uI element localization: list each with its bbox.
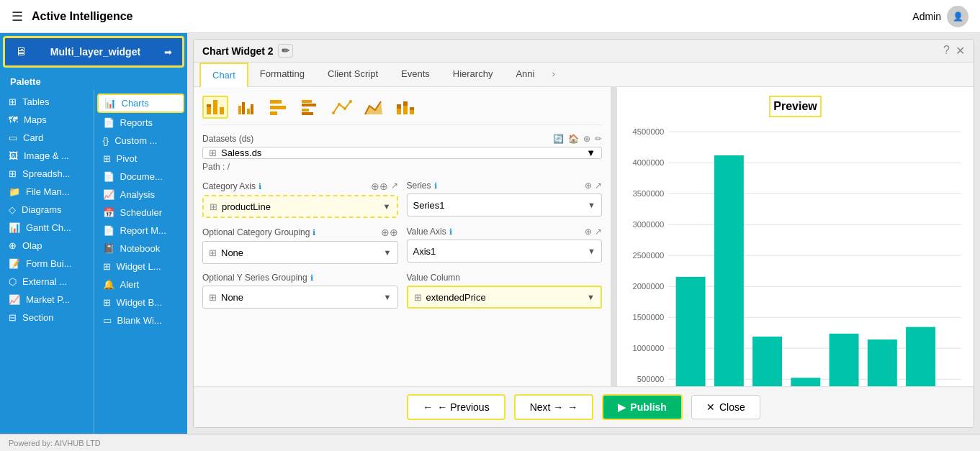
sidebar-nav-icon[interactable]: ➡ xyxy=(164,47,172,58)
sidebar-item-card[interactable]: ▭ Card xyxy=(0,129,94,147)
sidebar-widget-name: Multi_layer_widget xyxy=(50,46,140,58)
scrollbar[interactable] xyxy=(611,87,617,386)
sidebar-item-custom[interactable]: {} Custom ... xyxy=(94,132,188,150)
value-axis-info-icon[interactable]: ℹ xyxy=(449,227,452,237)
tab-hierarchy[interactable]: Hierarchy xyxy=(441,63,505,86)
category-axis-arrow-icon[interactable]: ↗ xyxy=(391,181,398,192)
sidebar-item-blankwidget[interactable]: ▭ Blank Wi... xyxy=(94,311,188,329)
widget-title-text: Chart Widget 2 xyxy=(202,45,274,57)
publish-button[interactable]: ▶ Publish xyxy=(602,394,683,420)
dataset-select[interactable]: ⊞ Saless.ds ▼ xyxy=(202,147,602,159)
charts-icon: 📊 xyxy=(104,98,116,109)
value-axis-add-icon[interactable]: ⊕ xyxy=(585,227,592,237)
chart-type-bar-basic[interactable] xyxy=(266,96,292,119)
optional-category-group-icon[interactable]: ⊕⊕ xyxy=(381,227,398,238)
sidebar-item-document[interactable]: 📄 Docume... xyxy=(94,168,188,186)
svg-rect-13 xyxy=(302,109,309,111)
sidebar: 🖥 Multi_layer_widget ➡ Palette ⊞ Tables … xyxy=(0,33,187,434)
series-arrow-icon[interactable]: ↗ xyxy=(595,181,602,191)
sidebar-item-section[interactable]: ⊟ Section xyxy=(0,309,94,327)
dataset-edit-icon[interactable]: ✏ xyxy=(595,134,602,144)
bar-planes xyxy=(868,340,897,386)
series-label: Series ℹ xyxy=(407,181,437,191)
optional-y-info-icon[interactable]: ℹ xyxy=(310,273,313,283)
widget-edit-icon[interactable]: ✏ xyxy=(278,44,293,58)
optional-category-select[interactable]: ⊞ None ▼ xyxy=(202,241,398,264)
optional-y-group: Optional Y Series Grouping ℹ ⊞ None ▼ xyxy=(202,273,398,309)
sidebar-item-market[interactable]: 📈 Market P... xyxy=(0,291,94,309)
close-button[interactable]: ✕ Close xyxy=(691,395,760,419)
chart-type-column-basic[interactable] xyxy=(202,96,228,119)
sidebar-item-spreadsheet[interactable]: ⊞ Spreadsh... xyxy=(0,165,94,183)
tab-clientscript[interactable]: Client Script xyxy=(316,63,390,86)
dataset-chevron-icon: ▼ xyxy=(586,147,595,158)
sidebar-item-widgetbuilder[interactable]: ⊞ Widget B... xyxy=(94,293,188,311)
chart-type-bar-grouped[interactable] xyxy=(297,96,323,119)
tab-events[interactable]: Events xyxy=(390,63,441,86)
sidebar-item-external[interactable]: ⬡ External ... xyxy=(0,273,94,291)
chart-type-area[interactable] xyxy=(361,96,387,119)
tab-more-icon[interactable]: › xyxy=(546,63,560,86)
tab-formatting[interactable]: Formatting xyxy=(248,63,316,86)
dataset-add-icon[interactable]: ⊕ xyxy=(583,134,590,144)
sidebar-label: Spreadsh... xyxy=(22,168,71,179)
admin-label: Admin xyxy=(912,11,941,22)
sidebar-item-scheduler[interactable]: 📅 Scheduler xyxy=(94,204,188,222)
chart-type-column-grouped[interactable] xyxy=(234,96,260,119)
tab-anni[interactable]: Anni xyxy=(504,63,546,86)
sidebar-item-tables[interactable]: ⊞ Tables xyxy=(0,93,94,111)
widget-help-icon[interactable]: ? xyxy=(943,44,950,58)
sidebar-item-maps[interactable]: 🗺 Maps xyxy=(0,111,94,129)
image-icon: 🖼 xyxy=(9,150,18,161)
category-axis-group-icon[interactable]: ⊕⊕ xyxy=(371,181,388,192)
next-button[interactable]: Next → → xyxy=(514,394,594,420)
series-info-icon[interactable]: ℹ xyxy=(434,181,437,191)
sidebar-item-alert[interactable]: 🔔 Alert xyxy=(94,275,188,293)
bar-classic-cars xyxy=(714,155,744,386)
svg-text:3000000: 3000000 xyxy=(632,220,664,229)
chart-type-line[interactable] xyxy=(329,96,355,119)
svg-rect-7 xyxy=(251,104,253,114)
sidebar-item-charts[interactable]: 📊 Charts xyxy=(97,94,185,113)
category-axis-select[interactable]: ⊞ productLine ▼ xyxy=(202,195,398,218)
sidebar-item-diagrams[interactable]: ◇ Diagrams xyxy=(0,201,94,219)
value-axis-arrow-icon[interactable]: ↗ xyxy=(595,227,602,237)
sidebar-item-reportmanager[interactable]: 📄 Report M... xyxy=(94,222,188,240)
dataset-refresh-icon[interactable]: 🔄 xyxy=(553,134,564,144)
value-column-select[interactable]: ⊞ extendedPrice ▼ xyxy=(407,286,603,309)
chart-type-stacked[interactable] xyxy=(392,96,418,119)
card-icon: ▭ xyxy=(9,132,17,143)
hamburger-menu-icon[interactable]: ☰ xyxy=(12,9,23,24)
series-add-icon[interactable]: ⊕ xyxy=(585,181,592,191)
widget-actions: ? ✕ xyxy=(943,44,965,58)
sidebar-item-formbuilder[interactable]: 📝 Form Bui... xyxy=(0,255,94,273)
sidebar-item-notebook[interactable]: 📓 Notebook xyxy=(94,240,188,258)
document-icon: 📄 xyxy=(103,171,114,182)
sidebar-item-filemanager[interactable]: 📁 File Man... xyxy=(0,183,94,201)
sidebar-item-image[interactable]: 🖼 Image & ... xyxy=(0,147,94,165)
svg-rect-20 xyxy=(397,109,401,114)
topbar: ☰ Active Intelligence Admin 👤 xyxy=(0,0,980,33)
sidebar-item-reports[interactable]: 📄 Reports xyxy=(94,114,188,132)
olap-icon: ⊕ xyxy=(9,240,17,251)
chart-types xyxy=(202,96,602,125)
widget-close-icon[interactable]: ✕ xyxy=(956,44,965,58)
sidebar-item-widgetlibrary[interactable]: ⊞ Widget L... xyxy=(94,258,188,275)
dataset-home-icon[interactable]: 🏠 xyxy=(568,134,579,144)
tab-chart[interactable]: Chart xyxy=(199,63,248,87)
svg-point-16 xyxy=(338,103,341,106)
sidebar-label: Tables xyxy=(22,96,50,107)
dataset-select-value: ⊞ Saless.ds xyxy=(209,147,261,158)
sidebar-widget-header[interactable]: 🖥 Multi_layer_widget ➡ xyxy=(3,36,184,68)
sidebar-item-analysis[interactable]: 📈 Analysis xyxy=(94,186,188,204)
value-axis-select[interactable]: Axis1 ▼ xyxy=(407,240,603,263)
previous-button[interactable]: ← ← Previous xyxy=(407,394,505,420)
sidebar-item-pivot[interactable]: ⊞ Pivot xyxy=(94,150,188,168)
avatar[interactable]: 👤 xyxy=(947,6,968,27)
sidebar-item-olap[interactable]: ⊕ Olap xyxy=(0,237,94,255)
optional-y-select[interactable]: ⊞ None ▼ xyxy=(202,286,398,309)
sidebar-item-gantt[interactable]: 📊 Gantt Ch... xyxy=(0,219,94,237)
category-axis-info-icon[interactable]: ℹ xyxy=(259,182,261,191)
series-select[interactable]: Series1 ▼ xyxy=(407,193,603,217)
optional-category-info-icon[interactable]: ℹ xyxy=(313,228,315,237)
